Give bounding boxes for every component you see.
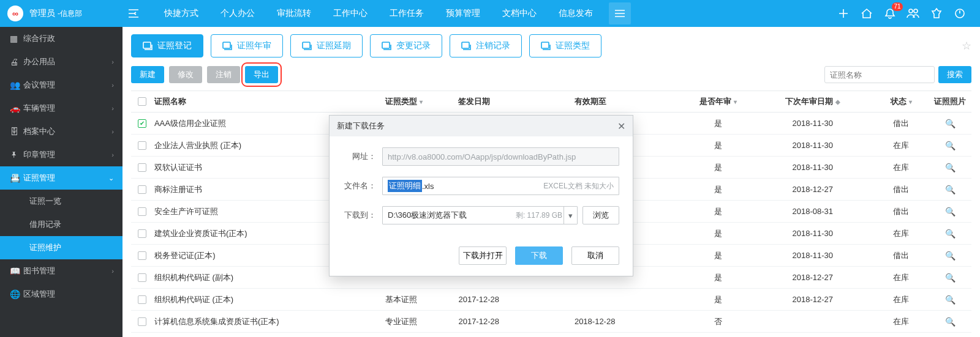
add-icon[interactable] bbox=[832, 0, 855, 27]
edit-button[interactable]: 修改 bbox=[169, 66, 202, 83]
close-icon[interactable]: ✕ bbox=[617, 120, 625, 132]
sidebar-item-meeting[interactable]: 👥会议管理› bbox=[0, 73, 123, 97]
cell-status: 在库 bbox=[873, 272, 929, 283]
row-checkbox[interactable] bbox=[138, 163, 146, 172]
row-checkbox[interactable] bbox=[138, 295, 146, 304]
sidebar-item-vehicle[interactable]: 🚗车辆管理› bbox=[0, 97, 123, 120]
sidebar-item-seal[interactable]: 🖈印章管理› bbox=[0, 143, 123, 166]
power-icon[interactable] bbox=[948, 0, 971, 27]
col-next[interactable]: 下次年审日期◆ bbox=[752, 96, 873, 107]
favorite-icon[interactable]: ☆ bbox=[962, 39, 971, 53]
table-row[interactable]: 计算机信息系统集成资质证书(正本)专业证照2017-12-282018-12-2… bbox=[131, 311, 971, 333]
sidebar-toggle[interactable] bbox=[123, 0, 145, 27]
more-menu-button[interactable] bbox=[609, 2, 631, 24]
sidebar-item-admin[interactable]: ▦综合行政 bbox=[0, 27, 123, 50]
cell-annual: 是 bbox=[684, 294, 752, 305]
path-input[interactable]: D:\360极速浏览器下载 剩: 117.89 GB ▾ bbox=[382, 206, 578, 224]
col-name[interactable]: 证照名称 bbox=[153, 96, 385, 107]
col-annual[interactable]: 是否年审▾ bbox=[684, 96, 752, 107]
download-button[interactable]: 下载 bbox=[515, 246, 563, 265]
topnav-item[interactable]: 工作中心 bbox=[322, 0, 379, 27]
topnav-item[interactable]: 个人办公 bbox=[209, 0, 266, 27]
sidebar-item-supplies[interactable]: 🖨办公用品› bbox=[0, 50, 123, 73]
svg-point-1 bbox=[914, 9, 918, 13]
topnav-item[interactable]: 信息发布 bbox=[548, 0, 604, 27]
photo-icon[interactable]: 🔍 bbox=[945, 207, 956, 217]
sidebar-item-archive[interactable]: 🗄档案中心› bbox=[0, 120, 123, 143]
filename-label: 文件名： bbox=[343, 180, 382, 191]
photo-icon[interactable]: 🔍 bbox=[945, 163, 956, 172]
sidebar-sub-borrow[interactable]: 借用记录 bbox=[0, 213, 123, 236]
cell-type: 基本证照 bbox=[385, 294, 459, 305]
row-checkbox[interactable] bbox=[138, 185, 146, 194]
sidebar-item-license[interactable]: 📇证照管理⌄ bbox=[0, 166, 123, 190]
topnav-item[interactable]: 预算管理 bbox=[435, 0, 491, 27]
col-type[interactable]: 证照类型▾ bbox=[385, 96, 459, 107]
cell-next: 2018-12-27 bbox=[752, 185, 873, 194]
table-row[interactable]: 组织机构代码证 (正本)基本证照2017-12-28是2018-12-27在库🔍 bbox=[131, 289, 971, 311]
dialog-cancel-button[interactable]: 取消 bbox=[571, 246, 619, 265]
col-valid[interactable]: 有效期至 bbox=[575, 96, 684, 107]
cell-status: 在库 bbox=[873, 140, 929, 151]
topnav-item[interactable]: 文档中心 bbox=[491, 0, 548, 27]
row-checkbox[interactable] bbox=[138, 229, 146, 238]
filename-input[interactable]: 证照明细.xls EXCEL文档 未知大小 bbox=[382, 177, 619, 195]
photo-icon[interactable]: 🔍 bbox=[945, 273, 956, 283]
photo-icon[interactable]: 🔍 bbox=[945, 141, 956, 150]
col-issue[interactable]: 签发日期 bbox=[458, 96, 574, 107]
path-dropdown-icon[interactable]: ▾ bbox=[564, 207, 577, 224]
row-checkbox[interactable] bbox=[138, 273, 146, 282]
cell-next: 2018-12-27 bbox=[752, 273, 873, 282]
sidebar-item-books[interactable]: 📖图书管理› bbox=[0, 259, 123, 283]
cell-status: 在库 bbox=[873, 294, 929, 305]
cell-annual: 否 bbox=[684, 316, 752, 327]
sidebar-item-region[interactable]: 🌐区域管理 bbox=[0, 283, 123, 306]
photo-icon[interactable]: 🔍 bbox=[945, 185, 956, 194]
svg-point-0 bbox=[909, 9, 913, 13]
sort-icon: ▾ bbox=[909, 98, 912, 105]
photo-icon[interactable]: 🔍 bbox=[945, 229, 956, 239]
row-checkbox[interactable] bbox=[138, 119, 146, 128]
search-input[interactable] bbox=[824, 66, 935, 83]
row-checkbox[interactable] bbox=[138, 317, 146, 326]
tab-type[interactable]: 证照类型 bbox=[529, 34, 601, 57]
tab-cancel[interactable]: 注销记录 bbox=[450, 34, 522, 57]
col-status[interactable]: 状态▾ bbox=[873, 96, 929, 107]
photo-icon[interactable]: 🔍 bbox=[945, 119, 956, 128]
cell-annual: 是 bbox=[684, 272, 752, 283]
topnav-item[interactable]: 审批流转 bbox=[266, 0, 322, 27]
top-nav: 快捷方式 个人办公 审批流转 工作中心 工作任务 预算管理 文档中心 信息发布 bbox=[153, 0, 604, 27]
bell-icon[interactable]: 71 bbox=[878, 0, 902, 27]
cancel-button[interactable]: 注销 bbox=[207, 66, 240, 83]
export-button[interactable]: 导出 bbox=[245, 66, 278, 83]
select-all-checkbox[interactable] bbox=[138, 97, 146, 106]
browse-button[interactable]: 浏览 bbox=[582, 206, 619, 224]
download-open-button[interactable]: 下载并打开 bbox=[459, 246, 507, 265]
photo-icon[interactable]: 🔍 bbox=[945, 295, 956, 305]
home-icon[interactable] bbox=[855, 0, 878, 27]
svg-rect-7 bbox=[462, 42, 469, 48]
row-checkbox[interactable] bbox=[138, 251, 146, 260]
users-icon[interactable] bbox=[902, 0, 925, 27]
search-button[interactable]: 搜索 bbox=[938, 66, 971, 83]
tab-register[interactable]: 证照登记 bbox=[131, 34, 203, 57]
row-checkbox[interactable] bbox=[138, 207, 146, 216]
cell-status: 借出 bbox=[873, 118, 929, 129]
cell-status: 在库 bbox=[873, 162, 929, 173]
topnav-item[interactable]: 工作任务 bbox=[379, 0, 435, 27]
cell-name: 组织机构代码证 (正本) bbox=[153, 294, 385, 305]
dialog-header[interactable]: 新建下载任务 ✕ bbox=[330, 116, 633, 136]
photo-icon[interactable]: 🔍 bbox=[945, 317, 956, 327]
topnav-item[interactable]: 快捷方式 bbox=[153, 0, 209, 27]
theme-icon[interactable] bbox=[925, 0, 948, 27]
cell-annual: 是 bbox=[684, 140, 752, 151]
sidebar-sub-maintain[interactable]: 证照维护 bbox=[0, 236, 123, 259]
new-button[interactable]: 新建 bbox=[131, 66, 164, 83]
sidebar-sub-overview[interactable]: 证照一览 bbox=[0, 190, 123, 213]
tab-annual[interactable]: 证照年审 bbox=[211, 34, 283, 57]
tab-change[interactable]: 变更记录 bbox=[370, 34, 442, 57]
row-checkbox[interactable] bbox=[138, 141, 146, 150]
cell-type: 专业证照 bbox=[385, 316, 459, 327]
tab-extend[interactable]: 证照延期 bbox=[290, 34, 363, 57]
photo-icon[interactable]: 🔍 bbox=[945, 251, 956, 261]
